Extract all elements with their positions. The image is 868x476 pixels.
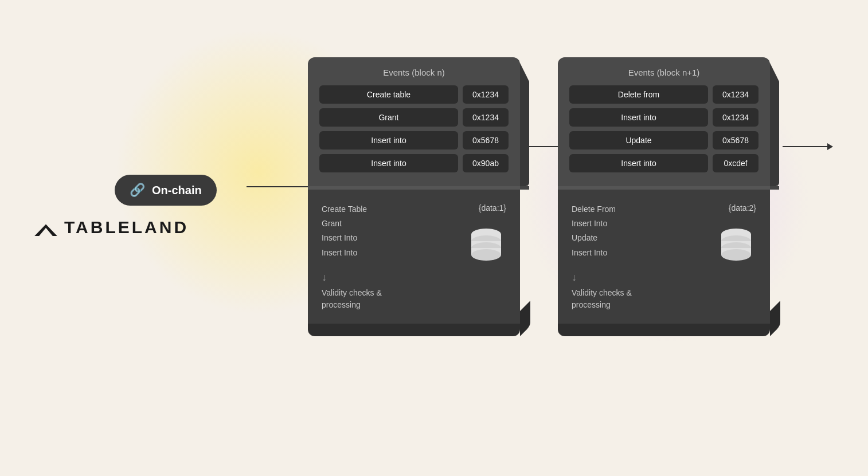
block2-bottom-content: Delete From Insert Into Update Insert In… <box>572 202 756 311</box>
block1-event-label-2: Grant <box>319 108 458 127</box>
block1-event-row-4: Insert into 0x90ab <box>319 154 509 172</box>
block1-conn-side <box>520 186 529 190</box>
block2-bottom: Delete From Insert Into Update Insert In… <box>558 190 770 324</box>
block2-bottom-event-4: Insert Into <box>572 246 707 260</box>
logo-text: TABLELAND <box>64 218 189 237</box>
svg-point-6 <box>471 249 501 261</box>
block1-event-label-3: Insert into <box>319 131 458 150</box>
block2-event-label-1: Delete from <box>569 85 708 104</box>
onchain-label: On-chain <box>152 184 202 197</box>
svg-point-13 <box>721 249 751 261</box>
block2-event-row-1: Delete from 0x1234 <box>569 85 758 104</box>
block2-bottom-event-2: Insert Into <box>572 217 707 231</box>
tableland-logo: TABLELAND <box>34 218 189 237</box>
block1-bottom-wrap: Create Table Grant Insert Into Insert In… <box>308 190 520 336</box>
block2-top-side <box>770 63 779 186</box>
block2-bottom-side <box>770 301 780 336</box>
block2-db-icon <box>716 224 756 264</box>
block2-conn-side <box>770 186 779 190</box>
block2-bottom-text: Delete From Insert Into Update Insert In… <box>572 202 707 311</box>
block1-down-arrow: ↓ <box>322 272 457 284</box>
block2-event-label-2: Insert into <box>569 108 708 127</box>
arrow-after-block2 <box>783 146 828 147</box>
block2-top-wrap: Events (block n+1) Delete from 0x1234 In… <box>558 57 770 186</box>
block2-data-badge: {data:2} <box>729 203 756 213</box>
block1-bottom-text: Create Table Grant Insert Into Insert In… <box>322 202 457 311</box>
block2-bottom-event-list: Delete From Insert Into Update Insert In… <box>572 202 707 260</box>
block2-event-addr-2: 0x1234 <box>713 108 758 127</box>
block2-right-col: {data:2} <box>716 202 756 264</box>
block1-bottom-event-2: Grant <box>322 217 457 231</box>
block2-bottom-wrap: Delete From Insert Into Update Insert In… <box>558 190 770 336</box>
block2-title: Events (block n+1) <box>569 68 758 77</box>
block2-event-row-4: Insert into 0xcdef <box>569 154 758 172</box>
block2-event-row-2: Insert into 0x1234 <box>569 108 758 127</box>
block1-event-addr-3: 0x5678 <box>463 131 509 150</box>
block1-event-row-1: Create table 0x1234 <box>319 85 509 104</box>
block1-bottom: Create Table Grant Insert Into Insert In… <box>308 190 520 324</box>
block1-top-side <box>520 63 529 186</box>
chain-icon: 🔗 <box>130 183 145 198</box>
block2-top: Events (block n+1) Delete from 0x1234 In… <box>558 57 770 186</box>
block1-bottom-content: Create Table Grant Insert Into Insert In… <box>322 202 506 311</box>
block2-bottom-event-3: Update <box>572 231 707 245</box>
block2-bottom-face <box>558 324 770 336</box>
block2-event-label-3: Update <box>569 131 708 150</box>
block2-cube: Events (block n+1) Delete from 0x1234 In… <box>558 57 770 336</box>
block2-event-addr-4: 0xcdef <box>713 154 758 172</box>
block2-validity: Validity checks &processing <box>572 287 707 311</box>
block1-event-row-2: Grant 0x1234 <box>319 108 509 127</box>
block2-event-addr-3: 0x5678 <box>713 131 758 150</box>
block1-bottom-event-list: Create Table Grant Insert Into Insert In… <box>322 202 457 260</box>
onchain-pill: 🔗 On-chain <box>115 175 217 206</box>
arrow-onchain-to-block1 <box>247 186 310 187</box>
tableland-logo-icon <box>34 219 57 236</box>
block1-right-col: {data:1} <box>466 202 506 264</box>
block1-cube: Events (block n) Create table 0x1234 Gra… <box>308 57 520 336</box>
block2-event-addr-1: 0x1234 <box>713 85 758 104</box>
block1-bottom-event-4: Insert Into <box>322 246 457 260</box>
block1-data-badge: {data:1} <box>479 203 506 213</box>
block1-bottom-face <box>308 324 520 336</box>
block1-event-addr-4: 0x90ab <box>463 154 509 172</box>
block2-event-row-3: Update 0x5678 <box>569 131 758 150</box>
block1-db-icon <box>466 224 506 264</box>
block1-title: Events (block n) <box>319 68 509 77</box>
block2-down-arrow: ↓ <box>572 272 707 284</box>
block1-bottom-event-3: Insert Into <box>322 231 457 245</box>
block1-top: Events (block n) Create table 0x1234 Gra… <box>308 57 520 186</box>
block1-event-label-4: Insert into <box>319 154 458 172</box>
block1-event-addr-1: 0x1234 <box>463 85 509 104</box>
block2-bottom-event-1: Delete From <box>572 202 707 217</box>
block1-bottom-event-1: Create Table <box>322 202 457 217</box>
block1-event-label-1: Create table <box>319 85 458 104</box>
block2-event-label-4: Insert into <box>569 154 708 172</box>
block1-event-row-3: Insert into 0x5678 <box>319 131 509 150</box>
block1-validity: Validity checks &processing <box>322 287 457 311</box>
block1-event-addr-2: 0x1234 <box>463 108 509 127</box>
block1-bottom-side <box>520 301 530 336</box>
